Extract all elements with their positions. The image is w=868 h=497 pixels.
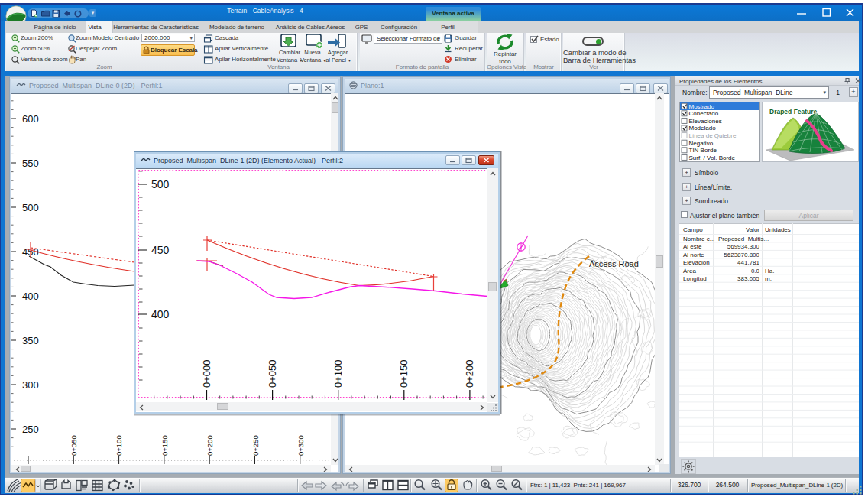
svg-text:Mostrado: Mostrado [689, 103, 715, 110]
svg-text:Modelado: Modelado [689, 125, 717, 132]
svg-text:300: 300 [22, 379, 39, 391]
svg-text:Elevaciones: Elevaciones [689, 118, 722, 125]
svg-text:0+200: 0+200 [464, 359, 475, 388]
svg-text:Elevación: Elevación [683, 259, 710, 266]
svg-text:0+300: 0+300 [296, 435, 305, 456]
svg-text:Área: Área [683, 268, 696, 274]
svg-text:Unidades: Unidades [765, 226, 791, 233]
svg-text:350: 350 [22, 335, 39, 346]
svg-text:Negativo: Negativo [689, 140, 714, 147]
svg-text:Draped Feature: Draped Feature [769, 108, 818, 115]
svg-text:400: 400 [151, 308, 170, 320]
svg-text:500: 500 [151, 178, 170, 190]
svg-text:5623870.800: 5623870.800 [724, 252, 760, 258]
svg-text:Conectado: Conectado [689, 110, 719, 117]
svg-text:0+050: 0+050 [70, 435, 78, 456]
svg-text:0+100: 0+100 [115, 435, 123, 456]
svg-text:0+100: 0+100 [332, 359, 344, 388]
svg-text:Nombre c...: Nombre c... [683, 236, 714, 242]
svg-text:550: 550 [22, 158, 39, 169]
svg-text:m.: m. [765, 275, 772, 282]
svg-text:Longitud: Longitud [683, 275, 707, 282]
svg-text:Línea de Quiebre: Línea de Quiebre [689, 132, 737, 139]
svg-text:Al este: Al este [683, 243, 702, 250]
svg-text:Proposed_Multis...: Proposed_Multis... [718, 236, 769, 242]
svg-text:500: 500 [22, 202, 39, 213]
svg-text:0.0: 0.0 [751, 268, 760, 274]
svg-text:250: 250 [22, 424, 39, 435]
svg-text:0+200: 0+200 [206, 435, 214, 456]
svg-text:Valor: Valor [746, 226, 760, 233]
svg-text:450: 450 [151, 244, 170, 256]
svg-text:Campo: Campo [683, 226, 703, 233]
svg-text:TIN Borde: TIN Borde [689, 147, 717, 154]
svg-text:0+000: 0+000 [201, 359, 212, 388]
svg-text:400: 400 [22, 291, 39, 302]
svg-text:0+250: 0+250 [251, 435, 260, 456]
svg-text:Access Road: Access Road [589, 259, 639, 268]
svg-text:600: 600 [22, 113, 39, 125]
svg-text:0+050: 0+050 [267, 359, 278, 388]
svg-text:Ha.: Ha. [765, 268, 774, 274]
svg-text:Al norte: Al norte [683, 252, 704, 258]
svg-text:383.005: 383.005 [737, 275, 760, 282]
svg-text:441.781: 441.781 [737, 259, 760, 266]
svg-text:569934.300: 569934.300 [727, 243, 760, 250]
svg-text:0+150: 0+150 [398, 359, 410, 388]
svg-text:Surf. / Vol. Borde: Surf. / Vol. Borde [689, 154, 736, 161]
svg-text:0+150: 0+150 [160, 435, 169, 456]
